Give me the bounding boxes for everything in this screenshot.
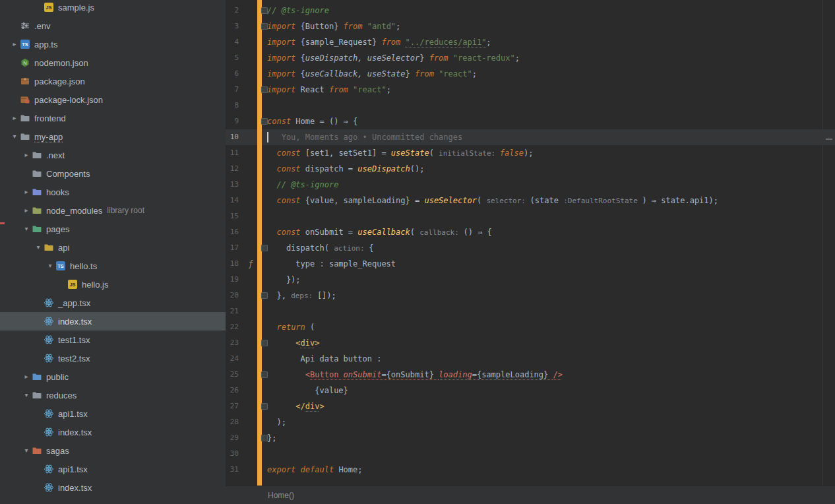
- tree-item-node-modules[interactable]: ▸node_moduleslibrary root: [0, 201, 226, 220]
- code-token: from: [429, 53, 453, 63]
- code-line-19[interactable]: 19 });: [226, 272, 835, 288]
- code-text: );: [267, 414, 286, 430]
- code-line-27[interactable]: 27 </div>: [226, 398, 835, 414]
- line-number: 3: [226, 18, 239, 34]
- code-token: from: [415, 69, 439, 79]
- tree-item-reduces[interactable]: ▾reduces: [0, 386, 226, 404]
- tree-item-frontend[interactable]: ▸frontend: [0, 109, 226, 127]
- tree-item-package-json[interactable]: package.json: [0, 72, 226, 90]
- chevron-right-icon[interactable]: ▸: [9, 35, 20, 53]
- code-line-14[interactable]: 14 const {value, sampleLoading} = useSel…: [226, 193, 835, 208]
- gutter-function-icon[interactable]: ƒ: [246, 256, 255, 272]
- tree-item-test1-tsx[interactable]: test1.tsx: [0, 331, 226, 349]
- code-line-18[interactable]: 18 type : sample_Request: [226, 256, 835, 272]
- tree-item-api[interactable]: ▾api: [0, 238, 226, 257]
- code-line-26[interactable]: 26 {value}: [226, 383, 835, 398]
- code-line-30[interactable]: 30: [226, 446, 835, 462]
- tree-item-api1-tsx[interactable]: api1.tsx: [0, 460, 226, 478]
- tree-item-app-tsx[interactable]: _app.tsx: [0, 294, 226, 312]
- fold-marker-icon[interactable]: [261, 435, 268, 441]
- tree-item-my-app[interactable]: ▾my-app: [0, 127, 226, 146]
- chevron-down-icon[interactable]: ▾: [9, 127, 20, 146]
- chevron-right-icon[interactable]: ▸: [21, 201, 32, 220]
- chevron-down-icon[interactable]: ▾: [45, 257, 55, 275]
- code-line-21[interactable]: 21: [226, 303, 835, 319]
- tree-item-env[interactable]: .env: [0, 16, 226, 35]
- tree-item-label: index.tsx: [58, 317, 92, 327]
- code-line-23[interactable]: 23 <div>: [226, 335, 835, 351]
- code-text: const onSubmit = useCallback( callback: …: [267, 224, 492, 240]
- code-token: :DefaultRootState: [563, 197, 642, 205]
- code-line-5[interactable]: 5import {useDispatch, useSelector} from …: [226, 50, 835, 66]
- tree-item-next[interactable]: ▸.next: [0, 146, 226, 164]
- tree-item-index-tsx[interactable]: index.tsx: [0, 478, 226, 497]
- tree-item-pages[interactable]: ▾pages: [0, 220, 226, 238]
- code-line-10[interactable]: 10 You, Moments ago • Uncommitted change…: [226, 129, 835, 145]
- tree-item-sample-js[interactable]: JSsample.js: [0, 0, 226, 16]
- code-text: dispatch( action: {: [267, 240, 373, 256]
- fold-marker-icon[interactable]: [261, 245, 268, 251]
- code-line-17[interactable]: 17 dispatch( action: {: [226, 240, 835, 256]
- line-number: 15: [226, 208, 239, 224]
- chevron-right-icon[interactable]: ▸: [21, 367, 32, 386]
- line-number: 26: [226, 383, 239, 398]
- fold-marker-icon[interactable]: [261, 340, 268, 346]
- tree-item-app-ts[interactable]: ▸TSapp.ts: [0, 35, 226, 53]
- chevron-right-icon[interactable]: ▸: [9, 109, 20, 127]
- chevron-down-icon[interactable]: ▾: [33, 238, 44, 257]
- code-line-2[interactable]: 2// @ts-ignore: [226, 3, 835, 18]
- code-line-16[interactable]: 16 const onSubmit = useCallback( callbac…: [226, 224, 835, 240]
- code-line-13[interactable]: 13 // @ts-ignore: [226, 177, 835, 193]
- package-lock-file-icon: [20, 94, 30, 105]
- code-token: You, Moments ago • Uncommitted changes: [267, 133, 462, 142]
- code-line-4[interactable]: 4import {sample_Request} from "../reduce…: [226, 34, 835, 50]
- code-token: div: [305, 402, 320, 411]
- tree-item-index-tsx[interactable]: index.tsx: [0, 423, 226, 441]
- line-number: 29: [226, 430, 239, 446]
- breadcrumb-home[interactable]: Home(): [268, 491, 294, 500]
- code-line-15[interactable]: 15: [226, 208, 835, 224]
- fold-marker-icon[interactable]: [261, 118, 268, 125]
- fold-marker-icon[interactable]: [261, 371, 268, 378]
- code-line-3[interactable]: 3import {Button} from "antd";: [226, 18, 835, 34]
- code-line-8[interactable]: 8: [226, 98, 835, 113]
- code-line-28[interactable]: 28 );: [226, 414, 835, 430]
- tree-item-api1-tsx[interactable]: api1.tsx: [0, 404, 226, 423]
- line-number: 21: [226, 303, 239, 319]
- code-line-12[interactable]: 12 const dispatch = useDispatch();: [226, 161, 835, 177]
- code-line-9[interactable]: 9const Home = () ⇒ {: [226, 113, 835, 129]
- tree-item-package-lock-json[interactable]: package-lock.json: [0, 90, 226, 109]
- tree-item-sagas[interactable]: ▾sagas: [0, 441, 226, 460]
- code-token: onSubmit: [344, 370, 382, 379]
- code-line-25[interactable]: 25 <Button onSubmit={onSubmit} loading={…: [226, 367, 835, 383]
- vcs-change-bar[interactable]: [257, 0, 262, 486]
- fold-marker-icon[interactable]: [261, 403, 268, 410]
- tree-item-public[interactable]: ▸public: [0, 367, 226, 386]
- tree-item-test2-tsx[interactable]: test2.tsx: [0, 349, 226, 367]
- chevron-down-icon[interactable]: ▾: [21, 220, 32, 238]
- fold-marker-icon[interactable]: [261, 86, 268, 93]
- tree-item-index-tsx[interactable]: index.tsx: [0, 312, 226, 331]
- code-line-6[interactable]: 6import {useCallback, useState} from "re…: [226, 66, 835, 82]
- tree-item-hooks[interactable]: ▸hooks: [0, 183, 226, 201]
- code-line-29[interactable]: 29};: [226, 430, 835, 446]
- code-line-24[interactable]: 24 Api data button :: [226, 351, 835, 367]
- code-line-20[interactable]: 20 }, deps: []);: [226, 288, 835, 303]
- code-line-31[interactable]: 31export default Home;: [226, 462, 835, 478]
- fold-marker-icon[interactable]: [261, 23, 268, 30]
- chevron-right-icon[interactable]: ▸: [21, 183, 32, 201]
- tree-item-nodemon-json[interactable]: Nnodemon.json: [0, 53, 226, 72]
- chevron-right-icon[interactable]: ▸: [21, 146, 32, 164]
- tree-item-compoents[interactable]: Compoents: [0, 164, 226, 183]
- line-number: 20: [226, 288, 239, 303]
- tree-item-hello-ts[interactable]: ▾TShello.ts: [0, 257, 226, 275]
- line-number: 16: [226, 224, 239, 240]
- chevron-down-icon[interactable]: ▾: [21, 441, 32, 460]
- chevron-down-icon[interactable]: ▾: [21, 386, 32, 404]
- fold-marker-icon[interactable]: [261, 7, 268, 14]
- tree-item-hello-js[interactable]: JShello.js: [0, 275, 226, 294]
- fold-marker-icon[interactable]: [261, 292, 268, 299]
- code-line-11[interactable]: 11 const [set1, setSet1] = useState( ini…: [226, 145, 835, 161]
- code-line-7[interactable]: 7import React from "react";: [226, 82, 835, 98]
- code-line-22[interactable]: 22 return (: [226, 319, 835, 335]
